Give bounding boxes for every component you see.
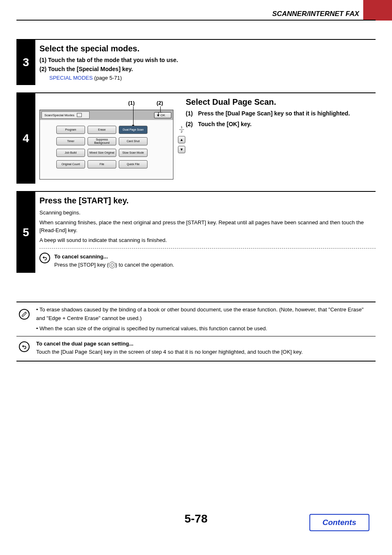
- step-4-item1-num: (1): [186, 110, 198, 117]
- note-icon: [19, 309, 30, 320]
- callout-2-line-a: [160, 106, 161, 112]
- step-4-right-title: Select Dual Page Scan.: [186, 97, 376, 107]
- step-4-item2-text: Touch the [OK] key.: [198, 121, 251, 127]
- arrow-down-icon: ▼: [180, 147, 184, 152]
- timer-button[interactable]: Timer: [56, 137, 85, 145]
- stop-key-icon: [109, 262, 115, 268]
- page-indicator: 1 2: [179, 126, 184, 134]
- arrowhead-2: [157, 115, 159, 117]
- quick-file-button[interactable]: Quick File: [119, 160, 148, 168]
- dual-page-scan-label: Dual Page Scan: [123, 128, 144, 131]
- dual-page-scan-button[interactable]: Dual Page Scan: [119, 126, 148, 134]
- cancel-scanning-text: Press the [STOP] key () to cancel the op…: [54, 261, 174, 269]
- header-section-title: SCANNER/INTERNET FAX: [272, 10, 359, 18]
- dual-page-icon: [120, 128, 125, 132]
- step-5-row: 5 Press the [START] key. Scanning begins…: [16, 191, 376, 273]
- callout-2-label: (2): [157, 100, 163, 106]
- cancel-setting-block: To cancel the dual page scan setting... …: [16, 336, 376, 362]
- suppress-bg-button[interactable]: Suppress Background: [88, 137, 116, 145]
- job-build-label: Job Build: [65, 151, 77, 154]
- step-3-title: Select the special modes.: [39, 44, 376, 53]
- job-build-icon: [58, 151, 62, 155]
- cancel-text-a: Press the [STOP] key (: [54, 262, 109, 268]
- step-3-line2: (2) Touch the [Special Modes] key.: [39, 66, 376, 72]
- job-build-button[interactable]: Job Build: [56, 149, 85, 157]
- file-button[interactable]: File: [88, 160, 116, 168]
- screen-preview: (1) (2) Scan/Special Modes: [39, 97, 173, 180]
- cancel-setting-title: To cancel the dual page scan setting...: [36, 340, 303, 348]
- callout-1-label: (1): [128, 100, 135, 106]
- header-red-corner: [363, 0, 392, 21]
- mixed-size-button[interactable]: Mixed Size Original: [88, 149, 116, 157]
- step-5-number: 5: [16, 192, 35, 273]
- cancel-scanning-title: To cancel scanning...: [54, 253, 174, 261]
- step-3-number: 3: [16, 40, 35, 85]
- step-5-title: Press the [START] key.: [39, 196, 376, 205]
- info-block: • To erase shadows caused by the binding…: [16, 302, 376, 336]
- dashed-separator: [39, 248, 376, 249]
- slow-scan-label: Slow Scan Mode: [122, 151, 144, 154]
- scroll-down-button[interactable]: ▼: [178, 146, 185, 153]
- contents-button[interactable]: Contents: [309, 514, 369, 531]
- original-count-icon: [58, 162, 62, 166]
- slow-scan-icon: [120, 151, 125, 155]
- special-modes-link[interactable]: SPECIAL MODES: [49, 75, 93, 81]
- step-3-row: 3 Select the special modes. (1) Touch th…: [16, 39, 376, 85]
- info-bullet-1: To erase shadows caused by the binding o…: [36, 306, 364, 321]
- program-button[interactable]: Program: [56, 126, 85, 134]
- page-indicator-top: 1: [179, 126, 184, 129]
- step-4-item1-text: Press the [Dual Page Scan] key so that i…: [198, 110, 350, 117]
- step-3-link-line: SPECIAL MODES (page 5-71): [39, 75, 376, 81]
- card-shot-button[interactable]: Card Shot: [119, 137, 148, 145]
- step-4-row: 4 (1) (2): [16, 92, 376, 184]
- info-bullet-2: When the scan size of the original is sp…: [39, 325, 267, 332]
- erase-button[interactable]: Erase: [88, 126, 116, 134]
- header-rule: [16, 20, 376, 21]
- slow-scan-button[interactable]: Slow Scan Mode: [119, 149, 148, 157]
- special-modes-link-suffix: (page 5-71): [93, 75, 122, 81]
- step-3-line1: (1) Touch the tab of the mode that you w…: [39, 57, 376, 63]
- step-5-p3: A beep will sound to indicate that scann…: [39, 236, 376, 244]
- arrow-up-icon: ▲: [180, 138, 184, 142]
- original-count-button[interactable]: Original Count: [56, 160, 85, 168]
- scroll-up-button[interactable]: ▲: [178, 136, 185, 143]
- tab-icon: [77, 113, 82, 117]
- callout-2-line-b: [158, 112, 162, 113]
- undo-icon-2: [19, 341, 30, 352]
- step-4-number: 4: [16, 93, 35, 184]
- step-5-p1: Scanning begins.: [39, 209, 376, 217]
- step-5-p2: When scanning finishes, place the next o…: [39, 219, 376, 235]
- cancel-setting-text: Touch the [Dual Page Scan] key in the sc…: [36, 348, 303, 356]
- cancel-text-b: ) to cancel the operation.: [115, 262, 174, 268]
- page-indicator-bottom: 2: [179, 130, 184, 134]
- original-count-label: Original Count: [62, 163, 80, 166]
- undo-icon: [39, 253, 50, 263]
- screen-tab[interactable]: Scan/Special Modes: [42, 111, 90, 119]
- mixed-size-icon: [89, 151, 93, 155]
- step-4-item2-num: (2): [186, 121, 198, 127]
- screen-tab-text: Scan/Special Modes: [44, 113, 74, 117]
